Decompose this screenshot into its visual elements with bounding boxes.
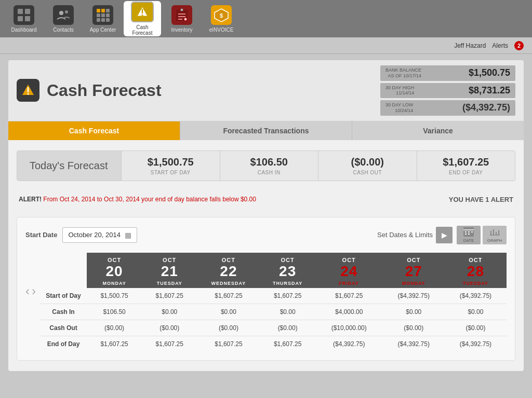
alert-bar: ALERT! From Oct 24, 2014 to Oct 30, 2014… [17,190,515,209]
cell-2-6: ($0.00) [445,320,507,336]
svg-rect-33 [465,231,467,232]
svg-rect-7 [101,9,105,12]
col-header-5: OCT 27 MONDAY [383,253,445,288]
col-header-1: OCT 21 TUESDAY [142,253,197,288]
cell-0-3: $1,607.25 [260,288,315,304]
date-view-button[interactable]: DATE [457,226,481,244]
cell-0-2: $1,607.25 [197,288,260,304]
forecast-start-value: $1,500.75 [148,156,194,168]
svg-rect-12 [97,18,100,22]
col-header-3: OCT 23 THURSDAY [260,253,315,288]
row-label-0: Start of Day [40,288,87,304]
date-input-group: Start Date October 20, 2014 ▦ [25,227,137,243]
svg-rect-10 [101,13,105,17]
svg-rect-8 [106,9,110,12]
cell-2-1: ($0.00) [142,320,197,336]
svg-point-19 [180,8,183,11]
calendar-section: Start Date October 20, 2014 ▦ Set Dates … [17,217,515,361]
cell-1-6: $0.00 [445,304,507,320]
tab-forecasted-transactions[interactable]: Forecasted Transactions [180,121,352,140]
appcenter-label: App Center [90,27,116,33]
contacts-label: Contacts [53,27,73,33]
table-row: Start of Day$1,500.75$1,607.25$1,607.25$… [40,288,507,304]
appcenter-icon [92,5,113,25]
forecast-start-of-day: $1,500.75 START OF DAY [121,151,220,181]
bank-balance-label: BANK BALANCE AS OF 10/17/14 [385,67,421,79]
app-header: Cash Forecast BANK BALANCE AS OF 10/17/1… [8,60,524,121]
cell-2-2: ($0.00) [197,320,260,336]
svg-point-17 [142,15,143,16]
forecast-endofday-sub: END OF DAY [449,170,483,175]
einvoice-label: eINVOICE [209,27,234,33]
set-dates-label: Set Dates & Limits [377,231,433,239]
prev-arrow[interactable]: ‹ [25,284,30,298]
inventory-icon [171,5,192,25]
alert-message: From Oct 24, 2014 to Oct 30, 2014 your e… [43,196,256,203]
tab-variance[interactable]: Variance [352,121,524,140]
svg-rect-36 [465,234,467,235]
cell-1-5: $0.00 [383,304,445,320]
alert-badge[interactable]: 2 [514,41,524,50]
app-panel: Cash Forecast BANK BALANCE AS OF 10/17/1… [8,60,524,371]
set-dates-arrow-icon[interactable]: ▶ [436,227,453,243]
day-high-row: 30 DAY HIGH 11/14/14 $8,731.25 [380,83,515,99]
forecast-bar: Today's Forecast $1,500.75 START OF DAY … [17,150,515,181]
tabs-bar: Cash Forecast Forecasted Transactions Va… [8,121,524,140]
cell-3-4: ($4,392.75) [315,336,383,352]
svg-point-30 [28,93,29,95]
nav-appcenter[interactable]: App Center [84,1,122,36]
forecast-cashin-sub: CASH IN [258,170,281,175]
cell-0-6: ($4,392.75) [445,288,507,304]
bank-balance-value: $1,500.75 [469,67,510,78]
calendar-icon: ▦ [125,231,131,239]
start-date-value: October 20, 2014 [68,231,120,239]
cashforecast-label: CashForecast [132,24,153,36]
date-view-icon [463,227,474,237]
nav-einvoice[interactable]: $ eINVOICE [203,1,240,36]
calendar-nav: ‹ › [25,253,36,298]
forecast-cashout-sub: CASH OUT [353,170,382,175]
bank-stats: BANK BALANCE AS OF 10/17/14 $1,500.75 30… [380,65,515,116]
set-dates-button[interactable]: Set Dates & Limits ▶ [377,227,453,243]
cashforecast-icon [131,2,154,22]
cell-0-4: $1,607.25 [315,288,383,304]
svg-rect-37 [468,234,470,235]
day-high-label: 30 DAY HIGH 11/14/14 [385,85,414,97]
svg-point-5 [65,10,68,13]
day-high-value: $8,731.25 [469,85,510,96]
nav-dashboard[interactable]: Dashboard [5,1,43,36]
next-arrow[interactable]: › [32,284,36,298]
forecast-cashin-value: $106.50 [250,156,288,168]
alerts-label[interactable]: Alerts [492,42,508,49]
graph-view-button[interactable]: GRAPH [483,226,507,244]
col-header-4: OCT 24 FRIDAY [315,253,383,288]
tab-cash-forecast[interactable]: Cash Forecast [8,121,180,140]
nav-contacts[interactable]: Contacts [45,1,82,36]
cell-0-1: $1,607.25 [142,288,197,304]
svg-rect-9 [97,13,100,17]
nav-inventory[interactable]: Inventory [163,1,201,36]
day-low-label: 30 DAY LOW 10/24/14 [385,102,413,114]
row-label-1: Cash In [40,304,87,320]
controls-right: Set Dates & Limits ▶ [377,226,507,244]
cell-1-1: $0.00 [142,304,197,320]
calendar-table: OCT 20 MONDAY OCT 21 TUESDAY [40,253,507,352]
calendar-controls: Start Date October 20, 2014 ▦ Set Dates … [25,226,507,244]
cell-3-6: ($4,392.75) [445,336,507,352]
forecast-endofday-value: $1,607.25 [443,156,489,168]
col-header-0: OCT 20 MONDAY [87,253,142,288]
forecast-cash-out: ($0.00) CASH OUT [318,151,417,181]
app-logo-icon [17,79,39,102]
cell-2-0: ($0.00) [87,320,142,336]
cell-1-0: $106.50 [87,304,142,320]
nav-cashforecast[interactable]: CashForecast [124,1,161,36]
todays-forecast-label: Today's Forecast [17,151,121,181]
app-title: Cash Forecast [47,81,162,100]
svg-rect-14 [106,18,110,22]
start-date-input[interactable]: October 20, 2014 ▦ [62,227,137,243]
svg-rect-35 [471,231,473,232]
svg-rect-3 [25,16,30,21]
alert-count: YOU HAVE 1 ALERT [449,196,513,203]
cell-2-4: ($10,000.00) [315,320,383,336]
cell-3-5: ($4,392.75) [383,336,445,352]
